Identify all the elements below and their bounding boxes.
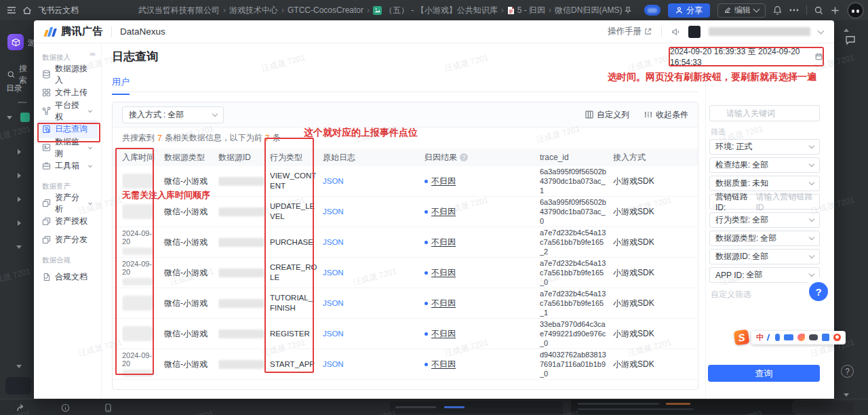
date-range-picker[interactable]: 2024-09-20 16:39:33 至 2024-09-20 16:54:3… xyxy=(670,48,823,65)
filter-env[interactable]: 环境: 正式 xyxy=(709,139,820,155)
table-row: 微信-小游戏REGISTERJSON不归因33eba7970d64c3cae74… xyxy=(113,319,698,349)
grid-icon[interactable] xyxy=(822,334,829,341)
scroll-up-icon[interactable] xyxy=(844,28,849,32)
voice-icon[interactable] xyxy=(767,334,772,341)
sidebar-collapse-icon[interactable] xyxy=(7,6,16,14)
mic-icon[interactable] xyxy=(775,334,780,341)
breadcrumb-item[interactable]: GTCC-CocosCreator xyxy=(288,5,363,15)
filter-marketing-link-id[interactable]: 营销链路ID: 请输入营销链路ID xyxy=(709,194,820,210)
help-icon[interactable]: ? xyxy=(841,365,854,378)
sidebar-item-asset-analysis[interactable]: 资产分析 xyxy=(37,194,98,212)
comment-icon[interactable] xyxy=(845,35,856,45)
tree-item-icon[interactable] xyxy=(18,197,21,202)
breadcrumb-item[interactable]: 游戏技术中心 xyxy=(229,5,278,16)
tree-item-icon[interactable] xyxy=(18,173,21,178)
tree-expanded-icon[interactable] xyxy=(16,365,22,368)
app-icon[interactable] xyxy=(7,34,24,50)
page-title: 日志查询 xyxy=(112,49,158,64)
json-link[interactable]: JSON xyxy=(323,360,344,368)
sidebar-item-platform-auth[interactable]: 平台授权 xyxy=(37,102,98,120)
sidebar-item-asset-distribution[interactable]: 资产分发 xyxy=(37,231,98,249)
chevron-down-icon xyxy=(87,201,93,206)
collapse-conditions-button[interactable]: 收起条件 xyxy=(644,109,688,121)
share-button[interactable]: 分享 xyxy=(668,3,710,18)
json-link[interactable]: JSON xyxy=(323,330,344,338)
breadcrumb-item[interactable]: 武汉当晢科技有限公司 xyxy=(138,5,220,16)
skin-icon[interactable] xyxy=(797,334,805,341)
tree-item-icon[interactable] xyxy=(18,220,21,226)
sidebar-item-label: 工具箱 xyxy=(55,160,79,172)
json-link[interactable]: JSON xyxy=(323,177,344,185)
keyboard-icon[interactable] xyxy=(784,334,793,340)
mobile-icon[interactable] xyxy=(105,403,111,412)
tree-expanded-icon[interactable] xyxy=(7,116,12,119)
manual-link[interactable]: 操作手册 xyxy=(608,26,652,37)
filter-app-id[interactable]: APP ID: 全部 xyxy=(709,267,820,283)
column-header: 接入方式 xyxy=(613,149,690,166)
filter-behavior-type[interactable]: 行为类型: 全部 xyxy=(709,212,820,228)
chinese-mode-icon[interactable]: 中 xyxy=(756,334,764,341)
assistant-avatar-icon[interactable] xyxy=(847,2,864,19)
scroll-down-icon[interactable] xyxy=(844,393,849,397)
attribution-link[interactable]: 不归因 xyxy=(431,328,456,340)
breadcrumb-item[interactable]: （五） - 【小游戏】公共知识库 xyxy=(373,5,498,16)
query-button[interactable]: 查询 xyxy=(708,365,820,382)
emoji-icon[interactable] xyxy=(833,334,841,341)
keyword-search-input[interactable] xyxy=(709,105,820,121)
collapse-sidebar-icon[interactable]: »« xyxy=(90,50,94,58)
cell-store-time: 2024-09-20 xyxy=(122,227,164,257)
info-icon[interactable] xyxy=(61,403,70,412)
cell-raw-log: JSON xyxy=(323,288,425,318)
notifications-icon[interactable] xyxy=(773,5,782,15)
redacted-blob xyxy=(218,238,264,247)
custom-columns-button[interactable]: 自定义列 xyxy=(585,109,629,121)
home-icon[interactable] xyxy=(22,6,32,15)
cell-store-time: 2024-09-20 xyxy=(122,258,164,288)
status-dot-icon xyxy=(425,210,428,214)
avatar[interactable] xyxy=(688,26,701,38)
column-header: 归因结果? xyxy=(425,149,540,166)
feishu-docs-label[interactable]: 飞书云文档 xyxy=(38,5,79,16)
asset-icon xyxy=(42,199,51,208)
gamepad-icon[interactable] xyxy=(809,334,818,340)
breadcrumb-item[interactable]: 5 - 归因 xyxy=(507,5,545,16)
json-link[interactable]: JSON xyxy=(323,269,344,277)
filter-check-result[interactable]: 检查结果: 全部 xyxy=(709,157,820,173)
announcement-icon[interactable] xyxy=(671,28,680,36)
new-doc-icon[interactable] xyxy=(831,6,840,15)
cell-access-method: 小游戏SDK xyxy=(613,288,690,318)
attribution-link[interactable]: 不归因 xyxy=(431,298,456,309)
json-link[interactable]: JSON xyxy=(323,299,344,307)
json-link[interactable]: JSON xyxy=(323,208,344,216)
tree-image-icon[interactable] xyxy=(20,113,30,122)
sidebar-item-datasource-access[interactable]: 数据源接入 xyxy=(37,65,98,83)
more-icon[interactable] xyxy=(789,9,799,12)
sidebar-item-asset-auth[interactable]: 资产授权 xyxy=(37,212,98,231)
filter-data-quality[interactable]: 数据质量: 未知 xyxy=(709,176,820,191)
filter-datasource-type[interactable]: 数据源类型: 全部 xyxy=(709,231,820,246)
cell-access-method: 小游戏SDK xyxy=(613,197,690,226)
json-link[interactable]: JSON xyxy=(323,238,344,246)
edit-button[interactable]: 编辑 xyxy=(717,3,766,18)
tree-item-icon[interactable] xyxy=(18,149,21,155)
tree-expanded-icon[interactable] xyxy=(16,245,22,249)
help-icon[interactable]: ? xyxy=(460,153,468,161)
sidebar-item-toolbox[interactable]: 工具箱 xyxy=(37,157,98,175)
chevron-down-icon[interactable] xyxy=(818,27,825,34)
sidebar-item-compliance-docs[interactable]: 合规文档 xyxy=(37,268,98,286)
sogou-logo-icon[interactable]: S xyxy=(734,330,750,346)
filter-datasource-id[interactable]: 数据源ID: 全部 xyxy=(709,249,820,264)
sidebar-item-data-monitor[interactable]: 数据监测 xyxy=(37,138,98,157)
search-icon[interactable] xyxy=(814,6,823,15)
breadcrumb-item[interactable]: 微信DN归因(AMS) xyxy=(555,5,631,16)
help-fab[interactable]: ? xyxy=(809,282,828,301)
attribution-link[interactable]: 不归因 xyxy=(431,359,456,370)
chevron-down-icon xyxy=(809,271,814,277)
share-arrow-icon[interactable] xyxy=(16,403,26,412)
access-method-select[interactable]: 接入方式: 全部 xyxy=(122,106,224,123)
attribution-link[interactable]: 不归因 xyxy=(431,267,456,279)
attribution-link[interactable]: 不归因 xyxy=(431,237,456,248)
attribution-link[interactable]: 不归因 xyxy=(431,206,456,218)
attribution-link[interactable]: 不归因 xyxy=(431,176,456,187)
cell-trace-id: a7e7d232b4c54a13c7a561bb7b9fe165_1 xyxy=(540,288,613,318)
